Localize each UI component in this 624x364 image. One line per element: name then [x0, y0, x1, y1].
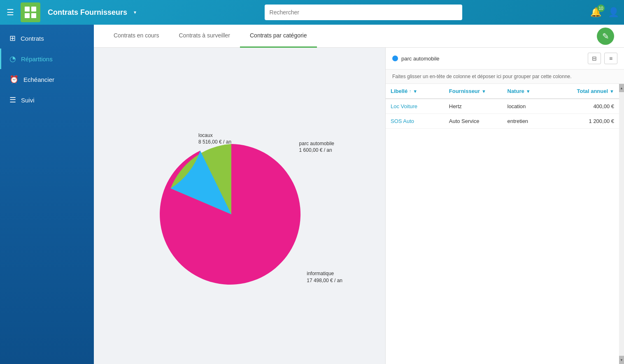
- locaux-label: locaux 8 516,00 € / an: [198, 132, 231, 146]
- td-nature-1: entretien: [503, 114, 561, 128]
- scroll-up-btn[interactable]: ▲: [619, 84, 624, 92]
- scrollbar[interactable]: ▲ ▼: [619, 84, 624, 364]
- table-header: Libellé ↑ ▼ Fournisseur ▼ Nature ▼: [386, 84, 619, 99]
- app-logo: [21, 2, 40, 22]
- echeancier-icon: ⏰: [9, 75, 19, 84]
- table-row: SOS Auto Auto Service entretien 1 200,00…: [386, 114, 619, 129]
- table-section: parc automobile ⊟ ≡ Faites glisser un en…: [385, 48, 624, 364]
- th-libelle: Libellé ↑ ▼: [386, 84, 444, 98]
- sidebar-label-suivi: Suivi: [21, 97, 35, 104]
- parc-label: parc automobile 1 600,00 € / an: [299, 140, 334, 154]
- svg-rect-3: [31, 13, 36, 18]
- sidebar-item-contrats[interactable]: ⊞ Contrats: [0, 28, 94, 49]
- legend-label: parc automobile: [401, 56, 584, 62]
- tabs-bar: Contrats en cours Contrats à surveiller …: [94, 25, 624, 48]
- data-table: Libellé ↑ ▼ Fournisseur ▼ Nature ▼: [386, 84, 619, 364]
- tab-surveiller[interactable]: Contrats à surveiller: [169, 25, 240, 48]
- th-total: Total annuel ▼: [561, 84, 619, 98]
- notifications-button[interactable]: 🔔 10: [590, 7, 601, 18]
- legend-btn-chart[interactable]: ⊟: [588, 53, 601, 64]
- suivi-icon: ☰: [9, 95, 16, 104]
- sidebar-item-repartitions[interactable]: ◔ Réparttions: [0, 49, 94, 69]
- pie-chart: locaux 8 516,00 € / an parc automobile 1…: [157, 124, 322, 288]
- search-box: [265, 5, 462, 20]
- add-icon: ✎: [602, 31, 609, 41]
- drag-hint: Faites glisser un en-tête de colonne et …: [386, 70, 624, 84]
- sidebar-label-contrats: Contrats: [21, 35, 44, 42]
- app-title: Contrats Fournisseurs: [48, 8, 127, 17]
- notification-badge: 10: [597, 5, 605, 12]
- content-area: Contrats en cours Contrats à surveiller …: [94, 25, 624, 364]
- legend-dot: [392, 56, 398, 61]
- sidebar-item-suivi[interactable]: ☰ Suivi: [0, 90, 94, 110]
- filter-nature-icon[interactable]: ▼: [526, 89, 531, 94]
- th-nature: Nature ▼: [503, 84, 561, 98]
- user-icon[interactable]: 👤: [608, 7, 619, 18]
- tab-en-cours[interactable]: Contrats en cours: [104, 25, 169, 48]
- pie-svg: [157, 140, 305, 288]
- nav-actions: 🔔 10 👤: [590, 7, 619, 18]
- chart-section: locaux 8 516,00 € / an parc automobile 1…: [94, 48, 385, 364]
- td-fournisseur-0: Hertz: [444, 99, 503, 114]
- grid-icon: ⊞: [9, 34, 16, 43]
- svg-rect-1: [31, 7, 36, 12]
- td-nature-0: location: [503, 99, 561, 114]
- svg-rect-2: [25, 13, 30, 18]
- scroll-down-btn[interactable]: ▼: [619, 356, 624, 364]
- td-total-0: 400,00 €: [561, 99, 619, 114]
- table-row: Loc Voiture Hertz location 400,00 €: [386, 99, 619, 114]
- sidebar-label-repartitions: Réparttions: [21, 56, 53, 63]
- filter-libelle-icon[interactable]: ▼: [413, 89, 417, 94]
- legend-bar: parc automobile ⊟ ≡: [386, 48, 624, 70]
- table-inner: Libellé ↑ ▼ Fournisseur ▼ Nature ▼: [386, 84, 624, 364]
- title-dropdown-arrow[interactable]: ▾: [134, 9, 136, 15]
- chart-icon: ⊟: [592, 55, 597, 62]
- top-nav: ☰ Contrats Fournisseurs ▾ 🔔 10 👤: [0, 0, 624, 25]
- repartitions-icon: ◔: [9, 54, 16, 63]
- sidebar: ⊞ Contrats ◔ Réparttions ⏰ Echéancier ☰ …: [0, 25, 94, 364]
- sidebar-item-echeancier[interactable]: ⏰ Echéancier: [0, 69, 94, 90]
- hamburger-icon[interactable]: ☰: [5, 6, 16, 19]
- filter-fournisseur-icon[interactable]: ▼: [482, 89, 486, 94]
- main-layout: ⊞ Contrats ◔ Réparttions ⏰ Echéancier ☰ …: [0, 25, 624, 364]
- sidebar-label-echeancier: Echéancier: [23, 76, 54, 83]
- th-fournisseur: Fournisseur ▼: [444, 84, 503, 98]
- tab-categorie[interactable]: Contrats par catégorie: [240, 25, 317, 48]
- svg-rect-0: [25, 7, 30, 12]
- td-libelle-0[interactable]: Loc Voiture: [386, 99, 444, 114]
- td-fournisseur-1: Auto Service: [444, 114, 503, 128]
- add-button[interactable]: ✎: [597, 28, 614, 45]
- search-input[interactable]: [270, 9, 457, 16]
- td-total-1: 1 200,00 €: [561, 114, 619, 128]
- td-libelle-1[interactable]: SOS Auto: [386, 114, 444, 128]
- informatique-label: informatique 17 498,00 € / an: [307, 270, 342, 284]
- table-icon: ≡: [609, 55, 612, 62]
- content-main: locaux 8 516,00 € / an parc automobile 1…: [94, 48, 624, 364]
- filter-total-icon[interactable]: ▼: [610, 89, 614, 94]
- legend-btn-table[interactable]: ≡: [604, 53, 617, 64]
- sort-libelle-icon[interactable]: ↑: [409, 89, 411, 93]
